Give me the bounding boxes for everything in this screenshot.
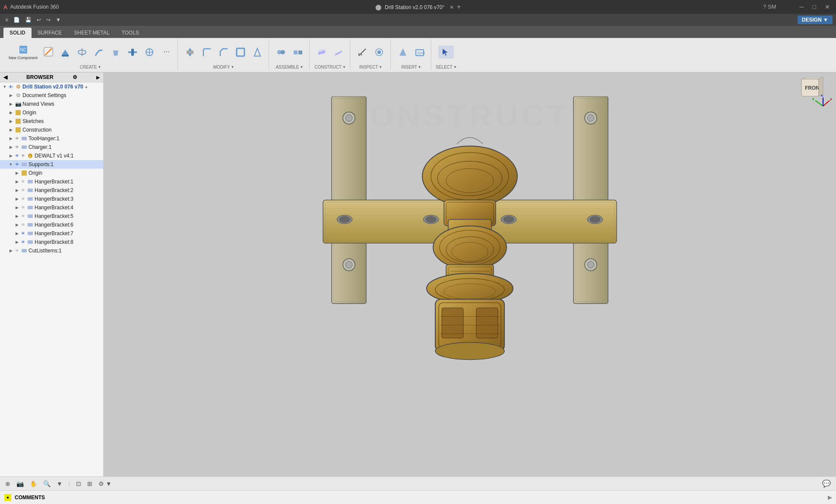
tab-surface[interactable]: SURFACE [32,28,68,38]
tree-expand-hb5[interactable]: ▶ [14,213,20,219]
vis-charger[interactable]: 👁 [14,145,19,150]
tree-item-hb2[interactable]: ▶ 👁 HangerBracket:2 [0,186,103,195]
insert-mesh-btn[interactable] [395,46,411,59]
offset-plane-btn[interactable] [314,46,329,59]
tree-item-charger[interactable]: ▶ 👁 Charger:1 [0,143,103,151]
tree-item-hb3[interactable]: ▶ 👁 HangerBracket:3 [0,195,103,203]
tree-expand-hb6[interactable]: ▶ [14,222,20,228]
tree-item-hb7[interactable]: ▶ 👁 HangerBracket:7 [0,229,103,238]
tree-expand-hb7[interactable]: ▶ [14,230,20,236]
vis2-dewalt[interactable]: 👁 [20,153,25,158]
tree-item-supports[interactable]: ▼ 👁 Supports:1 [0,160,103,169]
vis-hb8[interactable]: 👁 [20,239,25,245]
vis-cutlist[interactable]: 👁 [14,248,19,253]
browser-expand-icon[interactable]: ▶ [96,75,100,80]
tab-solid[interactable]: SOLID [3,28,32,38]
qtb-dropdown-btn[interactable]: ▼ [54,16,63,24]
select-cursor-btn[interactable] [438,46,454,59]
user-icon[interactable]: SM [768,3,776,10]
web-btn[interactable] [142,46,157,59]
tab-tools[interactable]: TOOLS [116,28,145,38]
tree-item-hb4[interactable]: ▶ 👁 HangerBracket:4 [0,203,103,212]
tree-expand-hb3[interactable]: ▶ [14,196,20,202]
close-tab-btn[interactable]: ✕ [450,4,454,10]
tree-expand-sup-origin[interactable]: ▶ [14,170,20,176]
tree-expand-dewalt[interactable]: ▶ [8,153,14,159]
new-file-btn[interactable]: 📄 [12,16,22,24]
display-mode-btn[interactable]: ⊡ [74,479,83,488]
tree-expand-charger[interactable]: ▶ [8,144,14,150]
tree-expand-supports[interactable]: ▼ [8,161,14,167]
tree-item-hb5[interactable]: ▶ 👁 HangerBracket:5 [0,212,103,220]
tree-expand-sketches[interactable]: ▶ [8,118,14,124]
vis-hb4[interactable]: 👁 [20,205,25,210]
loft-btn[interactable] [108,46,124,59]
measure-btn[interactable] [355,46,370,59]
tree-item-toolhanger[interactable]: ▶ 👁 ToolHanger:1 [0,134,103,143]
vis-hb1[interactable]: 👁 [20,179,25,184]
tab-sheet-metal[interactable]: SHEET METAL [68,28,115,38]
tree-item-hb6[interactable]: ▶ 👁 HangerBracket:6 [0,220,103,229]
vis-hb5[interactable]: 👁 [20,214,25,219]
chat-btn[interactable]: 💬 [820,479,833,488]
create-component-btn[interactable]: NC New Component [7,43,39,61]
undo-btn[interactable]: ↩ [35,16,43,24]
tree-expand-construction[interactable]: ▶ [8,127,14,133]
tree-item-dewalt[interactable]: ▶ 👁 👁 ⚙ DEWALT v1 v4:1 [0,151,103,160]
tree-item-construction[interactable]: ▶ Construction [0,126,103,134]
plane-at-angle-btn[interactable] [331,46,346,59]
revolve-btn[interactable] [74,46,90,59]
zoom-dropdown-btn[interactable]: ▼ [55,479,64,488]
create-sketch-btn[interactable] [41,45,56,59]
rib-btn[interactable] [125,46,140,59]
tree-item-root[interactable]: ▼ 👁 ⚙ Drill Station v2.0 076 v70 ● [0,82,103,91]
tree-expand-hb2[interactable]: ▶ [14,187,20,193]
maximize-btn[interactable]: □ [810,3,819,10]
tree-item-hb1[interactable]: ▶ 👁 HangerBracket:1 [0,177,103,186]
workspace-label[interactable]: DESIGN ▼ [798,16,833,24]
tree-item-origin[interactable]: ▶ Origin [0,108,103,117]
settings-dropdown-btn[interactable]: ⚙ ▼ [97,479,114,488]
tree-expand-namedviews[interactable]: ▶ [8,101,14,107]
extrude-btn[interactable] [57,46,73,59]
tree-expand-cutlist[interactable]: ▶ [8,248,14,254]
minimize-btn[interactable]: ─ [797,3,807,10]
camera-btn[interactable]: 📷 [15,479,25,488]
vis-dewalt[interactable]: 👁 [14,153,19,158]
tree-expand-origin[interactable]: ▶ [8,110,14,116]
tree-expand-hb8[interactable]: ▶ [14,239,20,245]
save-btn[interactable]: 💾 [23,16,33,24]
vis-toolhanger[interactable]: 👁 [14,136,19,141]
display-settings-btn[interactable] [371,46,387,59]
browser-panel-toggle[interactable]: ▶ [828,495,832,501]
tree-item-namedviews[interactable]: ▶ 📷 Named Views [0,100,103,108]
vis-hb7[interactable]: 👁 [20,231,25,236]
tree-expand-docsettings[interactable]: ▶ [8,92,14,98]
fillet-btn[interactable] [199,46,215,59]
draft-btn[interactable] [250,46,265,59]
tree-item-sup-origin[interactable]: ▶ Origin [0,169,103,177]
view-cube[interactable]: X Y Z FRONT [797,77,832,111]
vis-hb6[interactable]: 👁 [20,222,25,227]
tree-expand-hb1[interactable]: ▶ [14,179,20,185]
insert-svg-btn[interactable]: SVG [412,46,428,59]
more-btn[interactable]: ⋯ [158,46,174,59]
pan-btn[interactable]: ✋ [28,479,39,488]
tree-expand-root[interactable]: ▼ [2,84,8,90]
app-menu-btn[interactable]: ≡ [3,16,10,24]
press-pull-btn[interactable] [182,46,198,59]
as-built-joint-btn[interactable] [290,46,306,59]
tree-item-sketches[interactable]: ▶ Sketches [0,117,103,126]
help-icon[interactable]: ? [763,3,766,10]
joint-btn[interactable] [273,46,289,59]
grid-btn[interactable]: ⊞ [86,479,94,488]
tree-item-docsettings[interactable]: ▶ ⚙ Document Settings [0,91,103,100]
comments-toggle[interactable]: ● [4,494,11,501]
close-btn[interactable]: ✕ [822,3,833,10]
browser-collapse-icon[interactable]: ◀ [3,74,7,80]
browser-settings-icon[interactable]: ⚙ [73,74,77,80]
vis-root[interactable]: 👁 [8,84,13,89]
tree-expand-toolhanger[interactable]: ▶ [8,135,14,142]
viewport[interactable]: CONSTRUCT - [104,72,836,476]
tree-item-hb8[interactable]: ▶ 👁 HangerBracket:8 [0,238,103,246]
